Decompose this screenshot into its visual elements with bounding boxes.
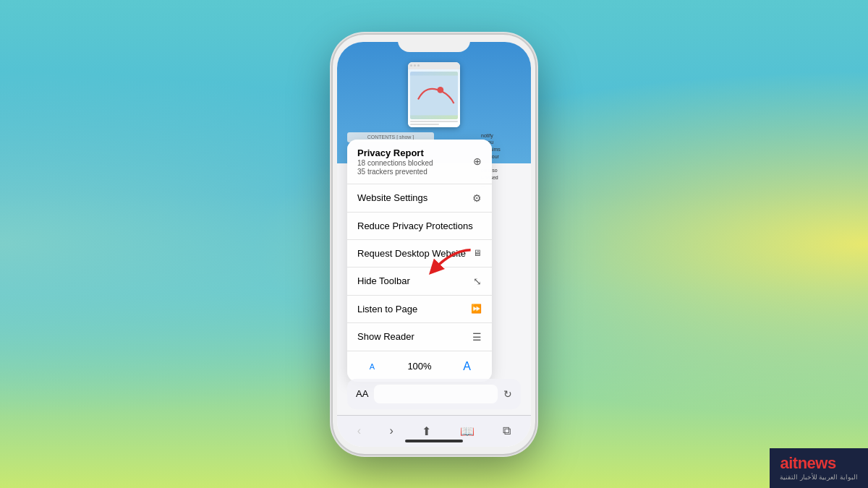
svg-point-1 <box>437 86 443 93</box>
menu-item-website-settings[interactable]: Website Settings ⚙ <box>347 184 492 213</box>
privacy-report-title: Privacy Report <box>357 147 433 158</box>
menu-item-listen-to-page[interactable]: Listen to Page ⏩ <box>347 296 492 323</box>
hide-toolbar-label: Hide Toolbar <box>357 275 410 286</box>
phone-screen: CONTENTS [ show ] notify n you ure aims … <box>337 42 531 447</box>
website-settings-label: Website Settings <box>357 192 427 203</box>
website-settings-icon: ⚙ <box>472 192 482 204</box>
show-reader-icon: ☰ <box>472 331 482 343</box>
font-decrease-button[interactable]: A <box>354 359 390 374</box>
hide-toolbar-icon: ⤡ <box>473 275 482 287</box>
privacy-report-sub2: 35 trackers prevented <box>357 168 433 176</box>
aa-label[interactable]: AA <box>356 388 368 399</box>
show-reader-label: Show Reader <box>357 331 414 342</box>
phone-frame: CONTENTS [ show ] notify n you ure aims … <box>333 35 535 454</box>
red-arrow-indicator <box>425 239 475 287</box>
brand-highlight: news <box>798 454 836 472</box>
thumbnail-map <box>410 72 458 119</box>
share-button[interactable]: ⬆ <box>422 424 431 438</box>
address-bar: AA ↻ <box>347 379 521 409</box>
thumbnail-bar <box>408 62 460 69</box>
listen-label: Listen to Page <box>357 304 417 314</box>
font-percent-label: 100% <box>390 361 449 372</box>
font-size-row: A 100% A <box>347 351 492 382</box>
listen-icon: ⏩ <box>471 304 482 314</box>
request-desktop-icon: 🖥 <box>473 248 482 258</box>
tabs-button[interactable]: ⧉ <box>503 424 511 437</box>
privacy-report-sub1: 18 connections blocked <box>357 159 433 167</box>
bookmarks-button[interactable]: 📖 <box>460 424 475 438</box>
phone-notch <box>398 35 470 52</box>
reduce-privacy-label: Reduce Privacy Protections <box>357 221 473 231</box>
menu-item-show-reader[interactable]: Show Reader ☰ <box>347 323 492 351</box>
url-input[interactable] <box>374 385 498 403</box>
svg-rect-0 <box>410 75 458 115</box>
reload-icon[interactable]: ↻ <box>503 388 512 400</box>
thumbnail-line-short <box>410 124 439 125</box>
brand-subtitle: البوابة العربية للأخبار التقنية <box>780 474 858 481</box>
privacy-report-icon: ⊕ <box>473 155 482 167</box>
safari-thumbnail <box>408 62 460 127</box>
font-increase-button[interactable]: A <box>449 357 485 376</box>
thumbnail-body <box>408 69 460 127</box>
thumbnail-line <box>410 121 458 122</box>
brand-prefix: ait <box>780 454 797 472</box>
watermark: aitnews البوابة العربية للأخبار التقنية <box>770 448 868 488</box>
screen-content: CONTENTS [ show ] notify n you ure aims … <box>337 42 531 447</box>
brand-name: aitnews <box>780 454 858 473</box>
forward-button[interactable]: › <box>390 424 393 437</box>
menu-item-reduce-privacy[interactable]: Reduce Privacy Protections <box>347 213 492 240</box>
menu-item-privacy-report[interactable]: Privacy Report 18 connections blocked 35… <box>347 140 492 184</box>
home-indicator <box>405 440 463 442</box>
back-button[interactable]: ‹ <box>357 424 361 437</box>
